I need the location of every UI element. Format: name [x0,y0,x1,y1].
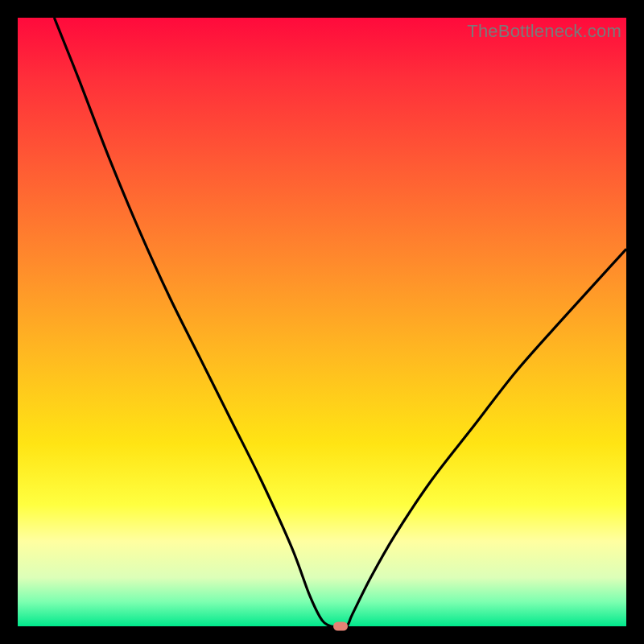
optimal-point-marker [333,622,348,631]
bottleneck-curve [18,18,626,626]
chart-plot-area: TheBottleneck.com [18,18,626,626]
